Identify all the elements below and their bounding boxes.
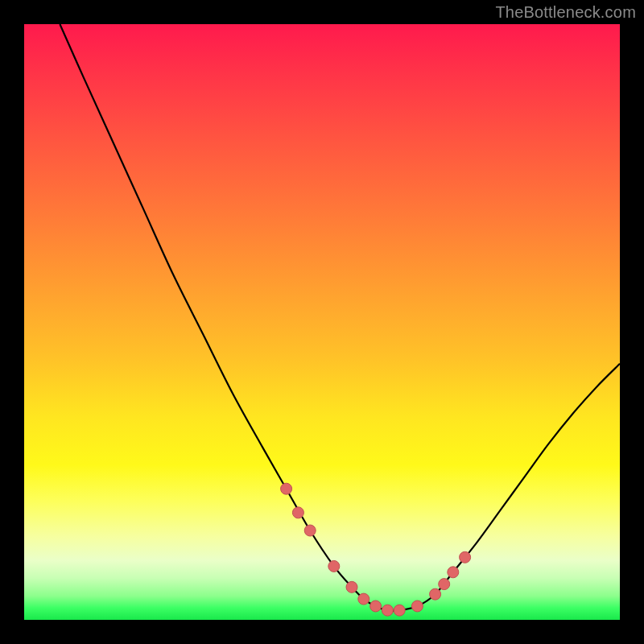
highlight-dot bbox=[346, 581, 357, 592]
highlight-dot bbox=[411, 601, 423, 612]
highlight-dot bbox=[382, 605, 393, 616]
highlight-dot bbox=[370, 601, 382, 612]
plot-area bbox=[24, 24, 620, 620]
highlight-dot bbox=[304, 525, 316, 536]
chart-frame: TheBottleneck.com bbox=[0, 0, 644, 644]
highlight-dot bbox=[358, 593, 369, 605]
highlight-dot bbox=[292, 507, 303, 518]
highlight-dot bbox=[439, 579, 450, 590]
highlight-dots-group bbox=[281, 483, 471, 616]
highlight-dot bbox=[394, 605, 405, 616]
highlight-dot bbox=[281, 483, 292, 494]
curve-svg bbox=[24, 24, 620, 620]
highlight-dot bbox=[430, 588, 441, 600]
watermark-text: TheBottleneck.com bbox=[495, 3, 636, 22]
highlight-dot bbox=[448, 567, 459, 578]
bottleneck-curve bbox=[60, 24, 620, 611]
highlight-dot bbox=[328, 560, 340, 572]
highlight-dot bbox=[460, 551, 471, 563]
